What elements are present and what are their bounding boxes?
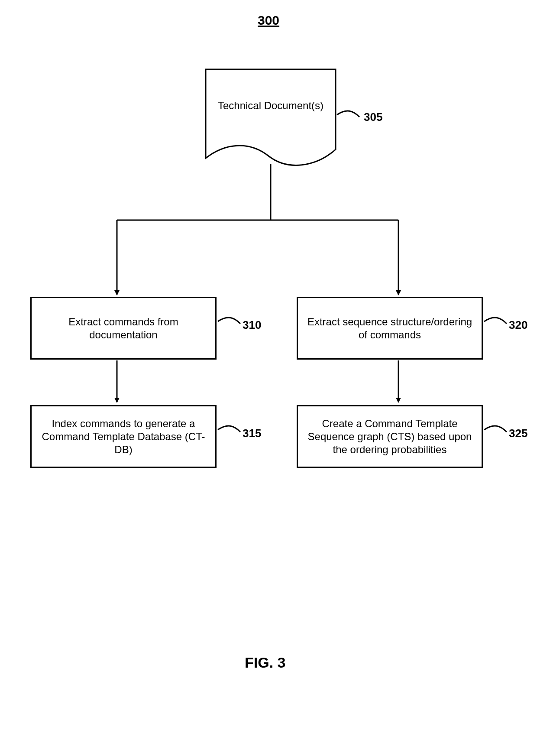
ref-325: 325 [509, 427, 527, 440]
figure-caption: FIG. 3 [245, 654, 285, 671]
node-create-cts: Create a Command Template Sequence graph… [297, 405, 483, 468]
ref-310: 310 [243, 318, 261, 332]
node-doc-text: Technical Document(s) [206, 100, 336, 112]
diagram-page: 300 Technical Document(s) 305 [0, 0, 537, 756]
leader-320 [484, 318, 507, 324]
ref-315: 315 [243, 427, 261, 440]
leader-310 [218, 318, 240, 324]
flow-svg [0, 0, 537, 756]
figure-number: 300 [258, 13, 279, 28]
ref-305: 305 [364, 110, 382, 124]
leader-305 [337, 111, 359, 117]
node-extract-sequence: Extract sequence structure/ordering of c… [297, 297, 483, 360]
node-extract-commands: Extract commands from documentation [30, 297, 217, 360]
ref-320: 320 [509, 318, 527, 332]
leader-325 [484, 426, 507, 432]
leader-315 [218, 426, 240, 432]
document-shape [206, 69, 336, 165]
node-index-commands: Index commands to generate a Command Tem… [30, 405, 217, 468]
